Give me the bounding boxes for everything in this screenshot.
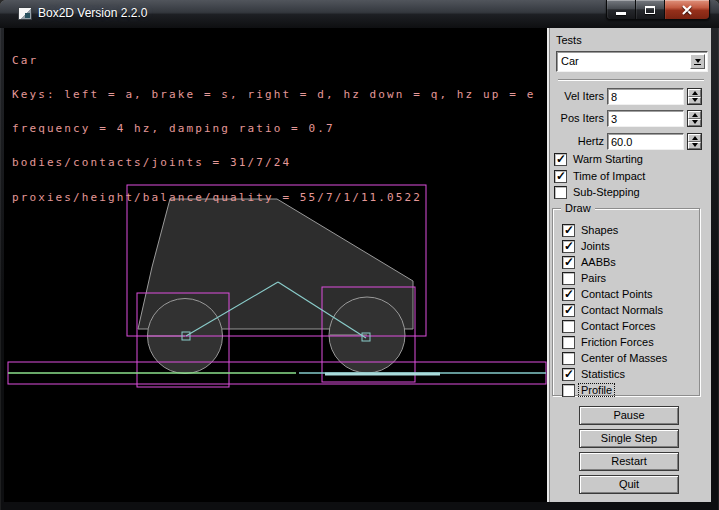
dropdown-bar-icon [694, 64, 701, 65]
sub-stepping-label: Sub-Stepping [573, 186, 640, 198]
joints-checkbox[interactable] [562, 240, 575, 253]
sub-stepping-checkbox[interactable] [554, 186, 567, 199]
aabbs-label: AABBs [581, 256, 616, 268]
contact-forces-checkbox[interactable] [562, 320, 575, 333]
pos-iters-label: Pos Iters [547, 112, 604, 124]
time-of-impact-label: Time of Impact [573, 170, 645, 182]
box2d-window: Box2D Version 2.2.0 Car Keys: left = a, … [0, 0, 719, 510]
hertz-row: Hertz 60.0 [547, 133, 711, 150]
minimize-icon [616, 12, 626, 15]
arrow-down-icon [692, 98, 698, 102]
contact-forces-label: Contact Forces [581, 320, 656, 332]
arrow-up-icon [692, 113, 698, 117]
draw-group-title: Draw [561, 202, 595, 214]
stepper-down-button[interactable] [688, 142, 701, 150]
center-of-masses-checkbox[interactable] [562, 352, 575, 365]
profile-checkbox[interactable] [562, 384, 575, 397]
pairs-label: Pairs [581, 272, 606, 284]
close-icon [681, 4, 693, 16]
contact-points-checkbox[interactable] [562, 288, 575, 301]
stepper-up-button[interactable] [688, 89, 701, 97]
dropdown-arrow-button[interactable] [690, 54, 705, 69]
tests-label: Tests [556, 34, 582, 46]
vel-iters-label: Vel Iters [547, 90, 604, 102]
hertz-input[interactable]: 60.0 [607, 133, 684, 150]
tests-dropdown[interactable]: Car [556, 51, 708, 72]
statistics-checkbox[interactable] [562, 368, 575, 381]
stats-line: frequency = 4 hz, damping ratio = 0.7 [12, 123, 535, 134]
profile-label: Profile [579, 384, 614, 396]
divider [558, 79, 704, 81]
window-title: Box2D Version 2.2.0 [38, 6, 147, 20]
shapes-label: Shapes [581, 224, 618, 236]
chevron-down-icon [695, 59, 701, 63]
title-bar[interactable]: Box2D Version 2.2.0 [0, 0, 719, 28]
close-button[interactable] [665, 0, 709, 19]
shapes-checkbox[interactable] [562, 224, 575, 237]
stepper-up-button[interactable] [688, 134, 701, 142]
hertz-label: Hertz [547, 135, 604, 147]
aabbs-checkbox[interactable] [562, 256, 575, 269]
contact-normals-checkbox[interactable] [562, 304, 575, 317]
minimize-button[interactable] [607, 0, 636, 19]
quit-button[interactable]: Quit [579, 475, 679, 494]
hertz-stepper[interactable] [687, 133, 702, 150]
single-step-button[interactable]: Single Step [579, 429, 679, 448]
stats-line: Keys: left = a, brake = s, right = d, hz… [12, 89, 535, 100]
pos-iters-input[interactable]: 3 [607, 110, 684, 127]
arrow-down-icon [692, 120, 698, 124]
stats-block: Car Keys: left = a, brake = s, right = d… [12, 32, 535, 226]
friction-forces-checkbox[interactable] [562, 336, 575, 349]
stats-line: proxies/height/balance/quality = 55/7/1/… [12, 192, 535, 203]
time-of-impact-checkbox[interactable] [554, 170, 567, 183]
pause-button[interactable]: Pause [579, 406, 679, 425]
draw-group: Draw Shapes Joints AABBs Pairs [552, 208, 700, 396]
stats-line: Car [12, 55, 535, 66]
arrow-down-icon [692, 143, 698, 147]
maximize-button[interactable] [636, 0, 665, 19]
app-icon [18, 7, 32, 20]
stepper-down-button[interactable] [688, 119, 701, 127]
pairs-checkbox[interactable] [562, 272, 575, 285]
vel-iters-row: Vel Iters 8 [547, 88, 711, 105]
stats-line: bodies/contacts/joints = 31/7/24 [12, 157, 535, 168]
contact-normals-label: Contact Normals [581, 304, 663, 316]
control-panel: Tests Car Vel Iters 8 Pos Iters [547, 28, 711, 502]
restart-button[interactable]: Restart [579, 452, 679, 471]
stepper-down-button[interactable] [688, 97, 701, 105]
stepper-up-button[interactable] [688, 111, 701, 119]
pos-iters-stepper[interactable] [687, 110, 702, 127]
contact-points-label: Contact Points [581, 288, 653, 300]
simulation-canvas[interactable]: Car Keys: left = a, brake = s, right = d… [4, 28, 547, 502]
warm-starting-label: Warm Starting [573, 153, 643, 165]
tests-dropdown-value: Car [561, 55, 579, 67]
vel-iters-input[interactable]: 8 [607, 88, 684, 105]
pos-iters-row: Pos Iters 3 [547, 110, 711, 127]
arrow-up-icon [692, 91, 698, 95]
warm-starting-checkbox[interactable] [554, 153, 567, 166]
window-content: Car Keys: left = a, brake = s, right = d… [4, 28, 711, 502]
joints-label: Joints [581, 240, 610, 252]
arrow-up-icon [692, 136, 698, 140]
vel-iters-stepper[interactable] [687, 88, 702, 105]
friction-forces-label: Friction Forces [581, 336, 654, 348]
center-of-masses-label: Center of Masses [581, 352, 667, 364]
statistics-label: Statistics [581, 368, 625, 380]
window-controls [606, 0, 710, 20]
maximize-icon [645, 6, 655, 14]
